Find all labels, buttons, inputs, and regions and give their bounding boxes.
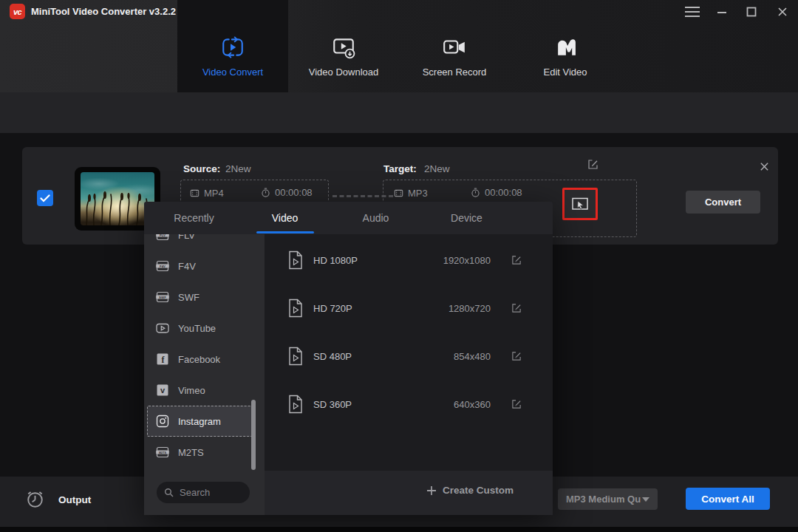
format-item-m2ts[interactable]: M2TS M2TS — [147, 437, 254, 468]
tab-label: Video Convert — [202, 66, 263, 78]
format-item-label: Facebook — [178, 354, 220, 365]
sidebar-scrollbar-thumb[interactable] — [251, 400, 256, 470]
menu-button[interactable] — [681, 3, 703, 21]
preset-resolution: 854x480 — [409, 351, 491, 362]
svg-text:F4V: F4V — [160, 265, 166, 268]
search-icon — [164, 488, 174, 497]
maximize-icon — [746, 7, 757, 17]
maximize-button[interactable] — [740, 3, 763, 21]
tab-label: Screen Record — [423, 66, 487, 78]
preset-name: HD 720P — [313, 303, 409, 314]
file-format-icon — [394, 188, 403, 198]
video-download-icon — [331, 34, 356, 61]
preset-resolution: 1920x1080 — [409, 255, 491, 266]
minimize-button[interactable] — [711, 3, 733, 21]
search-input[interactable] — [178, 486, 240, 499]
format-search[interactable] — [157, 482, 250, 503]
facebook-icon: f — [155, 352, 170, 366]
window-bottom-edge — [0, 527, 798, 532]
video-doc-icon — [288, 347, 303, 366]
file-icon: SWF — [155, 290, 170, 304]
format-item-swf[interactable]: SWF SWF — [147, 282, 254, 313]
popup-tab-recently[interactable]: Recently — [149, 202, 239, 234]
preset-resolution: 640x360 — [409, 399, 491, 410]
quality-dropdown[interactable]: MP3 Medium Qu — [558, 488, 658, 510]
format-item-label: F4V — [178, 261, 196, 272]
file-icon: F4V — [155, 259, 170, 273]
source-label: Source: — [183, 163, 220, 174]
tab-edit-video[interactable]: Edit Video — [510, 24, 621, 92]
convert-all-button[interactable]: Convert All — [686, 488, 770, 510]
quality-selected: MP3 Medium Qu — [566, 494, 641, 505]
app-window: vc MiniTool Video Converter v3.2.2 — [0, 0, 798, 532]
close-icon — [760, 162, 769, 171]
video-doc-icon — [288, 299, 303, 318]
title-bar: vc MiniTool Video Converter v3.2.2 — [0, 0, 798, 22]
format-item-label: SWF — [178, 292, 200, 303]
preset-resolution: 1280x720 — [409, 303, 491, 314]
plus-icon — [426, 485, 437, 496]
svg-text:v: v — [160, 386, 166, 395]
preset-row-sd-360p[interactable]: SD 360P 640x360 — [265, 388, 553, 420]
tab-screen-record[interactable]: Screen Record — [399, 24, 510, 92]
source-file-name: 2New — [225, 163, 251, 174]
tab-label: Video Download — [309, 66, 378, 78]
edit-video-icon — [554, 34, 577, 61]
edit-preset-button[interactable] — [511, 255, 522, 265]
target-format: MP3 — [408, 188, 428, 199]
edit-preset-button[interactable] — [511, 351, 522, 361]
tab-video-download[interactable]: Video Download — [288, 24, 399, 92]
preset-panel: HD 1080P 1920x1080 HD 720P 1280x720 SD 4… — [265, 234, 553, 471]
edit-preset-button[interactable] — [511, 399, 522, 409]
choose-format-button-highlighted[interactable] — [562, 188, 598, 220]
create-custom-label: Create Custom — [443, 485, 514, 496]
remove-file-button[interactable] — [757, 159, 771, 174]
file-checkbox[interactable] — [37, 190, 53, 206]
thumbnail-image — [81, 172, 154, 225]
preset-row-sd-480p[interactable]: SD 480P 854x480 — [265, 340, 553, 372]
popup-tab-audio[interactable]: Audio — [330, 202, 421, 234]
svg-text:SWF: SWF — [159, 296, 166, 299]
youtube-icon — [155, 321, 170, 335]
format-item-label: M2TS — [178, 447, 204, 458]
edit-preset-button[interactable] — [511, 303, 522, 313]
schedule-button[interactable] — [25, 489, 45, 511]
preset-row-hd-720p[interactable]: HD 720P 1280x720 — [265, 292, 553, 324]
format-item-instagram[interactable]: Instagram — [147, 406, 254, 437]
toolbar: Add Files Converting Converted — [0, 92, 798, 133]
output-label: Output — [58, 494, 91, 505]
file-icon: FLV — [155, 234, 170, 242]
video-doc-icon — [288, 395, 303, 414]
target-file-name: 2New — [424, 163, 450, 174]
format-item-vimeo[interactable]: v Vimeo — [147, 375, 254, 406]
svg-text:FLV: FLV — [160, 234, 166, 237]
target-duration: 00:00:08 — [485, 187, 522, 198]
edit-target-name-button[interactable] — [587, 159, 598, 172]
convert-button[interactable]: Convert — [686, 191, 760, 214]
select-format-icon — [571, 197, 589, 211]
file-icon: M2TS — [155, 445, 170, 460]
duration-icon — [471, 188, 480, 197]
source-format: MP4 — [204, 188, 224, 199]
preset-row-hd-1080p[interactable]: HD 1080P 1920x1080 — [265, 244, 553, 276]
popup-tab-video[interactable]: Video — [239, 202, 330, 234]
format-popup-tabs: Recently Video Audio Device — [144, 202, 557, 234]
format-item-f4v[interactable]: F4V F4V — [147, 250, 254, 282]
close-button[interactable] — [771, 3, 794, 21]
popup-tab-device[interactable]: Device — [421, 202, 512, 234]
logo-text: vc — [13, 7, 21, 16]
format-list: FLV FLV F4V F4V SWF SWF YouTube f Facebo… — [144, 234, 265, 468]
source-duration: 00:00:08 — [275, 187, 313, 198]
app-logo-icon: vc — [10, 4, 25, 19]
tab-label: Edit Video — [543, 66, 587, 78]
create-custom-button[interactable]: Create Custom — [426, 485, 514, 496]
format-item-facebook[interactable]: f Facebook — [147, 344, 254, 375]
file-format-icon — [190, 188, 200, 198]
tab-video-convert[interactable]: Video Convert — [177, 24, 288, 92]
format-item-youtube[interactable]: YouTube — [147, 313, 254, 344]
format-picker-popup: Recently Video Audio Device FLV FLV F4V … — [144, 202, 553, 515]
video-convert-icon — [220, 34, 245, 61]
svg-text:M2TS: M2TS — [159, 451, 167, 454]
popup-footer: Create Custom — [265, 471, 553, 515]
format-item-flv[interactable]: FLV FLV — [147, 234, 254, 250]
